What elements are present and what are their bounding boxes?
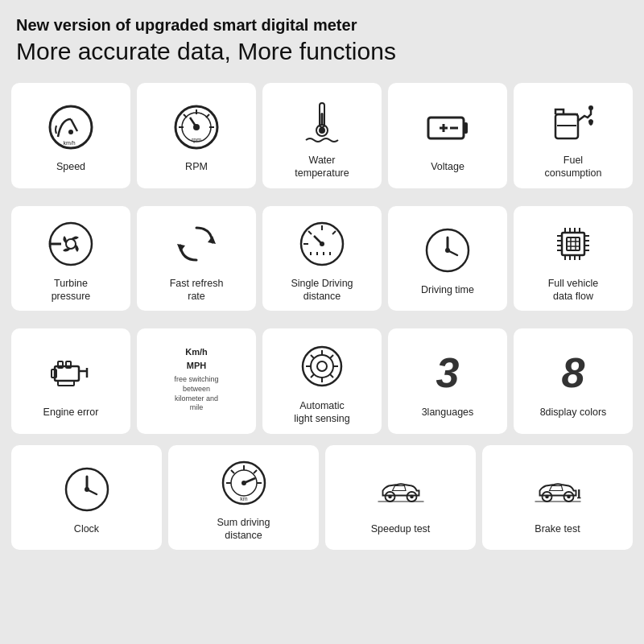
- feature-card-voltage: Voltage: [388, 83, 507, 188]
- feature-grid-row2: Turbinepressure Fast refreshrate: [0, 200, 644, 323]
- feature-card-drive-time: Driving time: [388, 206, 507, 312]
- svg-point-16: [319, 127, 325, 134]
- feature-card-turbine: Turbinepressure: [11, 206, 130, 312]
- svg-rect-14: [321, 113, 324, 126]
- sum-drive-label: Sum drivingdistance: [217, 516, 270, 543]
- header-line2: More accurate data, More functions: [16, 35, 628, 67]
- svg-rect-47: [567, 237, 580, 250]
- svg-point-89: [85, 487, 89, 492]
- svg-line-95: [231, 470, 234, 473]
- engine-error-icon: [43, 345, 99, 401]
- svg-point-103: [410, 494, 414, 498]
- rpm-label: RPM: [185, 160, 208, 173]
- svg-point-98: [242, 481, 246, 485]
- 3lang-icon: 3: [419, 345, 476, 401]
- fuel-icon: [545, 93, 601, 149]
- svg-line-8: [184, 114, 187, 118]
- data-flow-label: Full vehicledata flow: [548, 277, 599, 303]
- drive-time-icon: [419, 222, 476, 279]
- brake-label: Brake test: [535, 522, 580, 535]
- water-temp-label: Watertemperature: [295, 154, 349, 180]
- svg-text:km: km: [240, 496, 248, 502]
- svg-line-79: [330, 355, 333, 358]
- svg-line-34: [308, 231, 312, 234]
- auto-light-icon: [294, 338, 350, 394]
- svg-point-37: [320, 242, 324, 246]
- voltage-label: Voltage: [431, 160, 464, 173]
- rpm-icon: rpm: [168, 99, 225, 155]
- feature-card-speedup: Speedup test: [325, 445, 476, 551]
- feature-grid-row3: Engine error Km/hMPH free switching betw…: [0, 322, 644, 445]
- svg-point-11: [193, 124, 200, 130]
- brake-icon: [530, 461, 586, 518]
- 8colors-label: 8display colors: [540, 406, 607, 419]
- water-temp-icon: [294, 93, 350, 149]
- feature-card-data-flow: Full vehicledata flow: [514, 206, 633, 312]
- svg-rect-46: [562, 233, 584, 255]
- svg-text:km/h: km/h: [63, 140, 75, 146]
- feature-card-sum-drive: km Sum drivingdistance: [168, 445, 319, 551]
- feature-grid-row1: km/h Speed rpm RPM: [0, 76, 644, 200]
- drive-time-label: Driving time: [421, 283, 474, 296]
- svg-point-76: [311, 355, 333, 378]
- feature-card-fuel: Fuelconsumption: [514, 83, 633, 188]
- header-line1: New version of upgraded smart digital me…: [16, 14, 628, 35]
- header: New version of upgraded smart digital me…: [0, 0, 644, 76]
- svg-point-23: [588, 105, 593, 110]
- svg-point-77: [317, 361, 327, 371]
- speedup-icon: [373, 461, 429, 518]
- svg-line-93: [254, 470, 257, 473]
- svg-line-85: [311, 355, 314, 358]
- svg-point-26: [66, 239, 76, 249]
- feature-card-auto-light: Automaticlight sensing: [262, 328, 382, 434]
- fuel-label: Fuelconsumption: [545, 154, 602, 180]
- svg-line-81: [330, 374, 333, 378]
- svg-marker-29: [208, 236, 216, 244]
- svg-point-108: [567, 494, 571, 498]
- feature-card-refresh: Fast refreshrate: [137, 206, 256, 312]
- voltage-icon: [419, 99, 476, 155]
- svg-rect-18: [464, 122, 468, 134]
- speed-icon: km/h: [43, 99, 99, 155]
- single-drive-label: Single Drivingdistance: [291, 277, 353, 303]
- svg-line-83: [311, 374, 314, 378]
- svg-point-106: [545, 494, 549, 498]
- clock-icon: [59, 461, 115, 518]
- 3lang-label: 3languages: [422, 406, 474, 419]
- auto-light-label: Automaticlight sensing: [294, 399, 350, 426]
- svg-rect-74: [58, 381, 74, 386]
- feature-card-water-temp: Watertemperature: [262, 83, 382, 188]
- feature-card-engine-error: Engine error: [11, 328, 130, 434]
- speed-label: Speed: [56, 160, 85, 173]
- speedup-label: Speedup test: [371, 522, 431, 535]
- sum-drive-icon: km: [216, 455, 272, 511]
- svg-point-101: [388, 494, 392, 498]
- feature-card-clock: Clock: [11, 445, 162, 551]
- 8colors-icon: 8: [545, 345, 601, 401]
- feature-card-3lang: 3 3languages: [388, 328, 507, 434]
- data-flow-icon: [545, 216, 601, 272]
- svg-line-33: [332, 231, 336, 234]
- svg-text:rpm: rpm: [192, 137, 201, 143]
- feature-card-single-drive: Single Drivingdistance: [262, 206, 382, 312]
- svg-line-6: [206, 114, 209, 118]
- single-drive-icon: [294, 216, 350, 272]
- km-mph-icon: Km/hMPH free switching betweenkilometer …: [168, 345, 225, 413]
- feature-card-speed: km/h Speed: [11, 83, 130, 188]
- feature-card-brake: Brake test: [482, 445, 633, 551]
- clock-label: Clock: [74, 522, 99, 535]
- turbine-label: Turbinepressure: [52, 277, 91, 303]
- feature-card-km-mph: Km/hMPH free switching betweenkilometer …: [137, 328, 256, 434]
- feature-card-rpm: rpm RPM: [137, 83, 256, 188]
- turbine-icon: [43, 216, 99, 272]
- feature-grid-row4: Clock km Sum drivingdistance: [0, 445, 644, 562]
- refresh-label: Fast refreshrate: [170, 277, 224, 303]
- svg-marker-30: [177, 244, 185, 252]
- engine-error-label: Engine error: [43, 406, 99, 419]
- refresh-icon: [168, 216, 225, 272]
- svg-point-1: [68, 130, 73, 134]
- svg-point-45: [445, 248, 450, 253]
- feature-card-8colors: 8 8display colors: [514, 328, 633, 434]
